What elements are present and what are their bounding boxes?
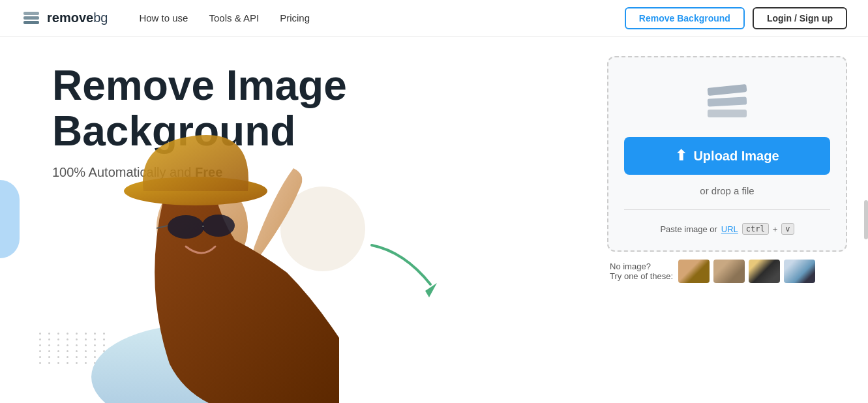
dot xyxy=(48,344,50,346)
dot xyxy=(39,338,41,340)
upload-image-button[interactable]: ⬆ Upload Image xyxy=(624,137,830,175)
svg-rect-12 xyxy=(708,110,747,117)
nav-pricing[interactable]: Pricing xyxy=(280,12,310,23)
kbd-plus: + xyxy=(773,224,778,234)
nav-how-to-use[interactable]: How to use xyxy=(139,12,188,23)
nav-links: How to use Tools & API Pricing xyxy=(139,12,310,23)
dot xyxy=(57,333,59,335)
dot xyxy=(39,362,41,364)
svg-rect-2 xyxy=(23,12,39,15)
dot xyxy=(39,350,41,352)
nav-tools-api[interactable]: Tools & API xyxy=(209,12,259,23)
sample-thumb-4[interactable] xyxy=(784,260,815,283)
kbd-ctrl: ctrl xyxy=(742,223,769,235)
sample-thumb-1[interactable] xyxy=(678,260,710,283)
sample-thumbs xyxy=(678,260,815,283)
upload-icon-area xyxy=(698,78,756,124)
svg-rect-1 xyxy=(23,16,39,20)
layers-icon xyxy=(698,78,756,124)
logo-icon xyxy=(21,8,42,29)
dot xyxy=(48,333,50,335)
divider xyxy=(624,209,830,210)
sample-thumb-3[interactable] xyxy=(749,260,780,283)
svg-rect-13 xyxy=(708,97,747,106)
upload-card: ⬆ Upload Image or drop a file Paste imag… xyxy=(607,56,847,252)
logo[interactable]: removebg xyxy=(21,8,108,29)
main-content: Remove Image Background 100% Automatical… xyxy=(0,37,868,403)
dot xyxy=(57,344,59,346)
upload-button-label: Upload Image xyxy=(693,149,779,164)
remove-background-button[interactable]: Remove Background xyxy=(625,7,745,29)
paste-url-link[interactable]: URL xyxy=(721,224,738,234)
dot xyxy=(57,362,59,364)
deco-blue-half xyxy=(0,180,20,258)
dot xyxy=(48,356,50,358)
navbar: removebg How to use Tools & API Pricing … xyxy=(0,0,868,37)
sample-images-row: No image? Try one of these: xyxy=(607,260,847,283)
left-side: Remove Image Background 100% Automatical… xyxy=(0,37,594,403)
dot xyxy=(57,350,59,352)
dot xyxy=(39,344,41,346)
svg-rect-14 xyxy=(708,84,747,96)
paste-prefix: Paste image or xyxy=(660,224,717,234)
svg-point-8 xyxy=(168,215,204,239)
dot xyxy=(48,362,50,364)
arrow-decoration xyxy=(365,239,443,306)
right-side: ⬆ Upload Image or drop a file Paste imag… xyxy=(594,37,868,403)
nav-actions: Remove Background Login / Sign up xyxy=(625,7,847,29)
woman-photo xyxy=(65,90,339,403)
sample-label: No image? Try one of these: xyxy=(610,261,673,281)
drop-text: or drop a file xyxy=(700,185,754,196)
svg-point-9 xyxy=(202,215,235,237)
dot xyxy=(39,356,41,358)
dot xyxy=(48,338,50,340)
svg-rect-0 xyxy=(23,21,39,24)
login-signup-button[interactable]: Login / Sign up xyxy=(753,7,847,29)
upload-arrow-icon: ⬆ xyxy=(675,147,687,164)
dot xyxy=(39,333,41,335)
paste-row: Paste image or URL ctrl + v xyxy=(660,223,794,235)
logo-text: removebg xyxy=(47,10,108,25)
dot xyxy=(48,350,50,352)
kbd-v: v xyxy=(781,223,794,235)
sample-thumb-2[interactable] xyxy=(713,260,745,283)
dot xyxy=(57,356,59,358)
dot xyxy=(57,338,59,340)
